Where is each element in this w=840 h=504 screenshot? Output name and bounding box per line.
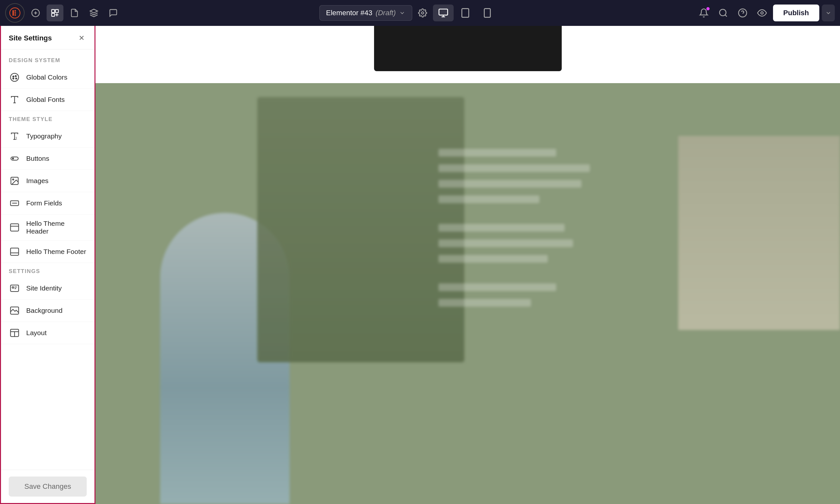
canvas-area <box>95 26 840 504</box>
text-line-3 <box>439 180 582 187</box>
desktop-view-button[interactable] <box>433 4 454 21</box>
tablet-view-button[interactable] <box>455 4 476 21</box>
button-icon <box>9 153 20 164</box>
layout-item[interactable]: Layout <box>1 322 94 344</box>
text-line-5 <box>439 224 565 232</box>
images-item[interactable]: Images <box>1 170 94 192</box>
settings-label: SETTINGS <box>1 263 94 277</box>
site-identity-label: Site Identity <box>26 284 62 292</box>
typography-icon: 1 <box>9 130 20 142</box>
sidebar-footer: Save Changes <box>1 470 94 503</box>
svg-rect-43 <box>11 224 19 231</box>
design-system-label: DESIGN SYSTEM <box>1 52 94 66</box>
global-fonts-label: Global Fonts <box>26 96 65 104</box>
elementor-logo[interactable] <box>5 3 24 23</box>
page-title-text: Elementor #43 <box>326 9 372 17</box>
text-line-4 <box>439 195 539 203</box>
preview-button[interactable] <box>754 4 770 21</box>
svg-point-29 <box>15 75 17 77</box>
main-area: Site Settings ✕ DESIGN SYSTEM Global Col… <box>0 26 840 504</box>
save-changes-button[interactable]: Save Changes <box>9 476 87 497</box>
background-item[interactable]: Background <box>1 300 94 322</box>
image-icon <box>9 175 20 187</box>
svg-rect-45 <box>11 248 19 255</box>
background-label: Background <box>26 307 62 314</box>
svg-point-31 <box>13 78 14 79</box>
font-icon <box>9 94 20 106</box>
site-settings-button[interactable] <box>47 4 64 21</box>
layers-button[interactable] <box>85 4 102 21</box>
hello-theme-footer-label: Hello Theme Footer <box>26 248 86 255</box>
hello-theme-header-label: Hello Theme Header <box>26 220 87 235</box>
images-label: Images <box>26 177 49 185</box>
svg-rect-20 <box>484 9 490 17</box>
text-line-8 <box>439 283 556 291</box>
preview-text-lines <box>439 149 607 307</box>
svg-point-14 <box>421 12 424 14</box>
svg-rect-15 <box>439 9 448 15</box>
typography-label: Typography <box>26 132 62 140</box>
mobile-view-button[interactable] <box>477 4 498 21</box>
svg-point-48 <box>12 287 14 288</box>
svg-point-40 <box>13 179 14 180</box>
chevron-down-icon <box>399 10 406 16</box>
svg-point-28 <box>13 76 14 77</box>
svg-point-38 <box>12 158 14 159</box>
global-colors-item[interactable]: Global Colors <box>1 66 94 89</box>
svg-rect-18 <box>462 9 468 17</box>
preview-header-bar <box>374 26 562 71</box>
draft-label: (Draft) <box>376 9 396 17</box>
svg-rect-47 <box>11 285 19 291</box>
notifications-button[interactable] <box>695 4 712 21</box>
svg-point-30 <box>16 78 17 79</box>
close-panel-button[interactable]: ✕ <box>76 33 87 43</box>
form-icon <box>9 197 20 209</box>
svg-text:1: 1 <box>16 137 17 140</box>
svg-rect-2 <box>15 10 16 12</box>
global-colors-label: Global Colors <box>26 73 67 81</box>
svg-point-22 <box>719 10 726 16</box>
text-line-7 <box>439 255 548 263</box>
svg-rect-8 <box>52 10 55 13</box>
footer-icon <box>9 246 20 257</box>
add-element-button[interactable] <box>27 4 44 21</box>
comments-button[interactable] <box>105 4 122 21</box>
page-settings-button[interactable] <box>415 5 430 21</box>
buttons-item[interactable]: Buttons <box>1 147 94 170</box>
view-toggle <box>433 4 498 21</box>
notification-dot <box>707 7 710 10</box>
svg-line-23 <box>725 15 727 17</box>
publish-button[interactable]: Publish <box>773 4 819 21</box>
hello-theme-header-item[interactable]: Hello Theme Header <box>1 215 94 241</box>
global-fonts-item[interactable]: Global Fonts <box>1 89 94 111</box>
site-settings-panel: Site Settings ✕ DESIGN SYSTEM Global Col… <box>0 26 95 504</box>
publish-dropdown-button[interactable] <box>822 4 835 21</box>
svg-rect-1 <box>13 10 14 16</box>
canvas-preview <box>95 26 840 504</box>
toolbar-center: Elementor #43 (Draft) <box>124 4 693 21</box>
text-line-2 <box>439 164 590 172</box>
site-identity-item[interactable]: Site Identity <box>1 277 94 300</box>
layout-label: Layout <box>26 329 47 337</box>
page-title-button[interactable]: Elementor #43 (Draft) <box>319 5 412 21</box>
svg-rect-3 <box>15 12 16 14</box>
typography-item[interactable]: 1 Typography <box>1 125 94 147</box>
preview-green-panel <box>257 97 464 362</box>
help-button[interactable] <box>734 4 751 21</box>
search-button[interactable] <box>715 4 732 21</box>
svg-rect-4 <box>15 14 16 16</box>
svg-rect-10 <box>52 13 55 16</box>
hello-theme-footer-item[interactable]: Hello Theme Footer <box>1 241 94 263</box>
buttons-label: Buttons <box>26 155 49 162</box>
toolbar-right: Publish <box>695 4 835 21</box>
layout-icon <box>9 327 20 339</box>
text-line-1 <box>439 149 556 157</box>
text-line-9 <box>439 299 531 307</box>
sidebar-title: Site Settings <box>9 34 52 42</box>
svg-rect-9 <box>55 10 58 13</box>
svg-marker-13 <box>90 9 97 13</box>
header-icon <box>9 221 20 233</box>
navigator-button[interactable] <box>66 4 83 21</box>
form-fields-item[interactable]: Form Fields <box>1 192 94 215</box>
identity-icon <box>9 283 20 294</box>
